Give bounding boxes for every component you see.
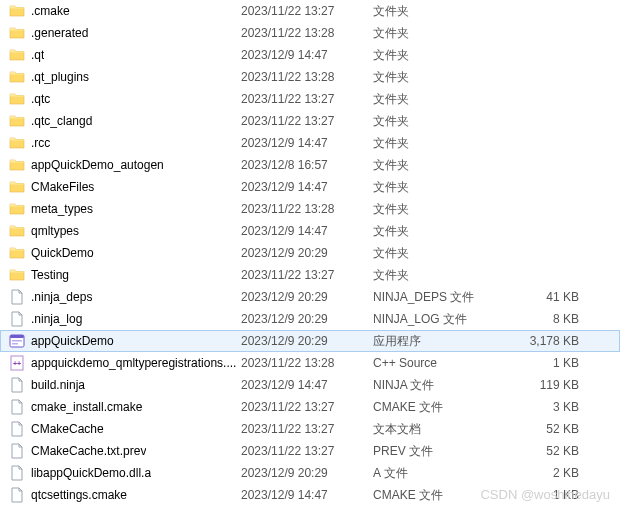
date-cell: 2023/11/22 13:27 — [241, 444, 373, 458]
file-name: .qt_plugins — [31, 70, 89, 84]
file-row[interactable]: .qt_plugins2023/11/22 13:28文件夹 — [0, 66, 620, 88]
file-row[interactable]: appQuickDemo2023/12/9 20:29应用程序3,178 KB — [0, 330, 620, 352]
svg-rect-2 — [12, 340, 22, 342]
folder-icon — [9, 135, 25, 151]
file-name: .generated — [31, 26, 88, 40]
date-cell: 2023/12/9 14:47 — [241, 48, 373, 62]
file-name: libappQuickDemo.dll.a — [31, 466, 151, 480]
date-cell: 2023/12/9 14:47 — [241, 136, 373, 150]
file-row[interactable]: .qtc2023/11/22 13:27文件夹 — [0, 88, 620, 110]
file-row[interactable]: Testing2023/11/22 13:27文件夹 — [0, 264, 620, 286]
file-row[interactable]: ++appquickdemo_qmltyperegistrations....2… — [0, 352, 620, 374]
type-cell: A 文件 — [373, 465, 501, 482]
file-row[interactable]: .rcc2023/12/9 14:47文件夹 — [0, 132, 620, 154]
type-cell: 应用程序 — [373, 333, 501, 350]
name-cell: build.ninja — [9, 377, 241, 393]
svg-rect-1 — [10, 335, 24, 338]
file-row[interactable]: CMakeFiles2023/12/9 14:47文件夹 — [0, 176, 620, 198]
file-row[interactable]: qtcsettings.cmake2023/12/9 14:47CMAKE 文件… — [0, 484, 620, 506]
name-cell: CMakeCache.txt.prev — [9, 443, 241, 459]
cpp-icon: ++ — [9, 355, 25, 371]
folder-icon — [9, 91, 25, 107]
date-cell: 2023/11/22 13:28 — [241, 26, 373, 40]
file-name: Testing — [31, 268, 69, 282]
name-cell: Testing — [9, 267, 241, 283]
type-cell: 文件夹 — [373, 69, 501, 86]
date-cell: 2023/11/22 13:27 — [241, 422, 373, 436]
folder-icon — [9, 267, 25, 283]
type-cell: NINJA_LOG 文件 — [373, 311, 501, 328]
date-cell: 2023/11/22 13:27 — [241, 400, 373, 414]
name-cell: .qtc_clangd — [9, 113, 241, 129]
name-cell: libappQuickDemo.dll.a — [9, 465, 241, 481]
file-row[interactable]: meta_types2023/11/22 13:28文件夹 — [0, 198, 620, 220]
name-cell: cmake_install.cmake — [9, 399, 241, 415]
file-name: CMakeCache — [31, 422, 104, 436]
type-cell: 文件夹 — [373, 179, 501, 196]
folder-icon — [9, 157, 25, 173]
file-name: CMakeCache.txt.prev — [31, 444, 146, 458]
file-row[interactable]: .ninja_deps2023/12/9 20:29NINJA_DEPS 文件4… — [0, 286, 620, 308]
name-cell: CMakeFiles — [9, 179, 241, 195]
size-cell: 52 KB — [501, 422, 591, 436]
svg-text:++: ++ — [13, 360, 21, 367]
name-cell: .qt_plugins — [9, 69, 241, 85]
type-cell: CMAKE 文件 — [373, 399, 501, 416]
file-row[interactable]: .generated2023/11/22 13:28文件夹 — [0, 22, 620, 44]
file-row[interactable]: .qtc_clangd2023/11/22 13:27文件夹 — [0, 110, 620, 132]
date-cell: 2023/12/9 20:29 — [241, 334, 373, 348]
exe-icon — [9, 333, 25, 349]
name-cell: ++appquickdemo_qmltyperegistrations.... — [9, 355, 241, 371]
file-row[interactable]: libappQuickDemo.dll.a2023/12/9 20:29A 文件… — [0, 462, 620, 484]
file-icon — [9, 487, 25, 503]
file-row[interactable]: qmltypes2023/12/9 14:47文件夹 — [0, 220, 620, 242]
size-cell: 8 KB — [501, 312, 591, 326]
file-row[interactable]: .qt2023/12/9 14:47文件夹 — [0, 44, 620, 66]
file-row[interactable]: appQuickDemo_autogen2023/12/8 16:57文件夹 — [0, 154, 620, 176]
date-cell: 2023/12/9 20:29 — [241, 290, 373, 304]
file-name: .qt — [31, 48, 44, 62]
date-cell: 2023/11/22 13:27 — [241, 92, 373, 106]
date-cell: 2023/12/8 16:57 — [241, 158, 373, 172]
size-cell: 41 KB — [501, 290, 591, 304]
file-icon — [9, 399, 25, 415]
size-cell: 3,178 KB — [501, 334, 591, 348]
file-row[interactable]: CMakeCache.txt.prev2023/11/22 13:27PREV … — [0, 440, 620, 462]
file-icon — [9, 443, 25, 459]
name-cell: .generated — [9, 25, 241, 41]
file-icon — [9, 421, 25, 437]
type-cell: C++ Source — [373, 356, 501, 370]
size-cell: 119 KB — [501, 378, 591, 392]
folder-icon — [9, 3, 25, 19]
folder-icon — [9, 179, 25, 195]
folder-icon — [9, 245, 25, 261]
date-cell: 2023/12/9 14:47 — [241, 180, 373, 194]
file-row[interactable]: CMakeCache2023/11/22 13:27文本文档52 KB — [0, 418, 620, 440]
file-row[interactable]: QuickDemo2023/12/9 20:29文件夹 — [0, 242, 620, 264]
file-row[interactable]: .ninja_log2023/12/9 20:29NINJA_LOG 文件8 K… — [0, 308, 620, 330]
folder-icon — [9, 201, 25, 217]
file-name: meta_types — [31, 202, 93, 216]
file-icon — [9, 377, 25, 393]
file-name: .ninja_log — [31, 312, 82, 326]
file-row[interactable]: .cmake2023/11/22 13:27文件夹 — [0, 0, 620, 22]
date-cell: 2023/11/22 13:27 — [241, 114, 373, 128]
folder-icon — [9, 113, 25, 129]
date-cell: 2023/11/22 13:28 — [241, 202, 373, 216]
date-cell: 2023/12/9 20:29 — [241, 246, 373, 260]
name-cell: .cmake — [9, 3, 241, 19]
type-cell: NINJA_DEPS 文件 — [373, 289, 501, 306]
file-row[interactable]: cmake_install.cmake2023/11/22 13:27CMAKE… — [0, 396, 620, 418]
name-cell: appQuickDemo_autogen — [9, 157, 241, 173]
file-row[interactable]: build.ninja2023/12/9 14:47NINJA 文件119 KB — [0, 374, 620, 396]
folder-icon — [9, 69, 25, 85]
folder-icon — [9, 25, 25, 41]
folder-icon — [9, 223, 25, 239]
type-cell: 文件夹 — [373, 223, 501, 240]
size-cell: 52 KB — [501, 444, 591, 458]
name-cell: QuickDemo — [9, 245, 241, 261]
file-name: .cmake — [31, 4, 70, 18]
type-cell: 文件夹 — [373, 3, 501, 20]
name-cell: .rcc — [9, 135, 241, 151]
name-cell: qmltypes — [9, 223, 241, 239]
